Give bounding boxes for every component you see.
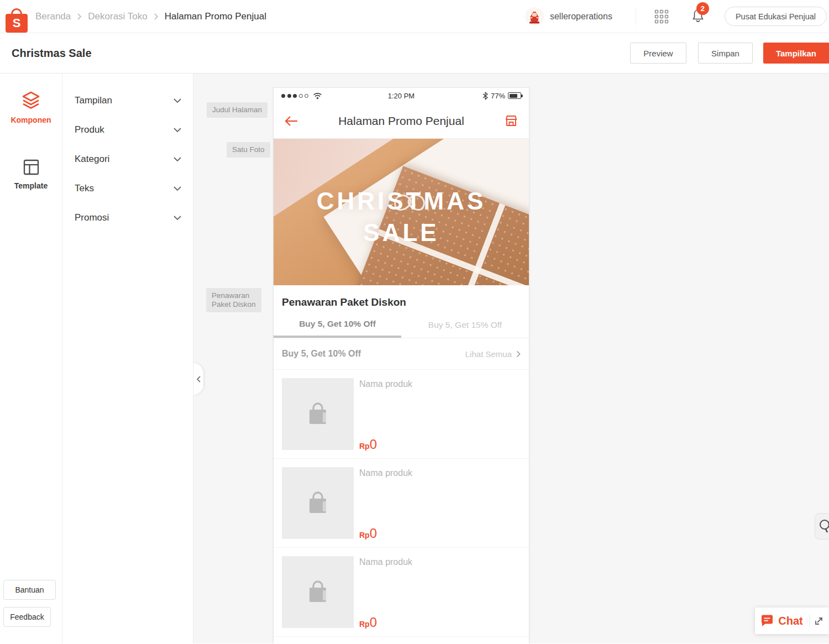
username[interactable]: selleroperations: [550, 12, 612, 22]
component-group-kategori[interactable]: Kategori: [75, 144, 182, 174]
hero-text: CHRISTMAS SALE: [274, 185, 529, 248]
battery-icon: [508, 92, 521, 99]
sidebar-item-label: Template: [14, 181, 48, 190]
edu-center-button[interactable]: Pusat Edukasi Penjual: [725, 7, 827, 26]
sidebar-item-template[interactable]: Template: [14, 159, 48, 190]
price-value: 0: [370, 615, 377, 630]
divider: [809, 615, 810, 627]
breadcrumb-dekorasi-toko[interactable]: Dekorasi Toko: [88, 11, 147, 22]
chevron-down-icon: [173, 156, 182, 162]
chat-label: Chat: [778, 615, 802, 627]
bundle-subheader-row: Buy 5, Get 10% Off Lihat Semua: [274, 338, 529, 370]
bag-placeholder-icon: [305, 579, 331, 605]
preview-button[interactable]: Preview: [630, 43, 686, 64]
collapse-panel-handle[interactable]: [193, 363, 203, 395]
bag-placeholder-icon: [305, 490, 331, 516]
price-value: 0: [370, 437, 377, 452]
chevron-right-icon: [77, 13, 82, 20]
status-time: 1:20 PM: [342, 92, 460, 100]
notifications-button[interactable]: 2: [691, 8, 705, 25]
product-name: Nama produk: [359, 468, 521, 478]
product-row[interactable]: Nama produk Rp0: [274, 459, 529, 548]
hero-line2: SALE: [274, 217, 529, 248]
save-button[interactable]: Simpan: [698, 43, 753, 64]
chevron-right-icon: [516, 350, 521, 358]
chat-widget[interactable]: Chat: [755, 608, 829, 634]
component-group-promosi[interactable]: Promosi: [75, 203, 182, 232]
apps-grid-icon[interactable]: [655, 10, 668, 23]
breadcrumb-beranda[interactable]: Beranda: [35, 11, 71, 22]
hero-banner[interactable]: CHRISTMAS SALE: [274, 139, 529, 285]
hero-line1: CHRISTMAS: [274, 185, 529, 217]
component-group-label: Teks: [75, 183, 94, 194]
mode-sidebar: Komponen Template Bantuan Feedback: [0, 74, 62, 643]
product-image-placeholder: [282, 467, 354, 539]
see-all-label: Lihat Semua: [465, 349, 512, 359]
component-group-label: Produk: [75, 124, 104, 135]
product-name: Nama produk: [359, 379, 521, 389]
chevron-down-icon: [173, 215, 182, 221]
section-tag-satu-foto[interactable]: Satu Foto: [227, 142, 270, 158]
wifi-icon: [313, 92, 322, 100]
tab-buy5-get15[interactable]: Buy 5, Get 15% Off: [401, 312, 529, 338]
components-panel: Tampilan Produk Kategori Teks Promosi: [62, 74, 193, 643]
topbar-right: selleroperations 2 Pusat Edukasi Penjual: [525, 7, 829, 26]
notification-badge: 2: [696, 2, 709, 15]
status-battery-percent: 77%: [491, 92, 505, 100]
layers-icon: [21, 90, 41, 110]
bag-placeholder-icon: [305, 401, 331, 427]
help-button[interactable]: Bantuan: [3, 580, 56, 600]
phone-page-title: Halaman Promo Penjual: [298, 114, 504, 128]
product-image-placeholder: [282, 556, 354, 628]
section-tag-penawaran[interactable]: Penawaran Paket Diskon: [206, 288, 261, 312]
price-value: 0: [370, 526, 377, 541]
expand-icon[interactable]: [814, 616, 823, 626]
logo-letter: S: [13, 16, 21, 30]
product-price: Rp0: [359, 437, 377, 452]
publish-button[interactable]: Tampilkan: [763, 43, 829, 64]
component-group-tampilan[interactable]: Tampilan: [75, 86, 182, 115]
phone-preview: 1:20 PM 77% Halaman Promo Penjual: [273, 87, 529, 643]
breadcrumb-current: Halaman Promo Penjual: [165, 11, 266, 22]
topbar: S Beranda Dekorasi Toko Halaman Promo Pe…: [0, 0, 829, 33]
avatar[interactable]: [525, 7, 544, 26]
product-image-placeholder: [282, 378, 354, 450]
component-group-label: Kategori: [75, 154, 109, 165]
tag-line: Penawaran: [212, 291, 256, 300]
divider: [636, 8, 636, 25]
chevron-left-icon: [196, 375, 201, 383]
phone-statusbar: 1:20 PM 77%: [274, 88, 529, 103]
sidebar-item-label: Komponen: [11, 116, 51, 124]
tab-buy5-get10[interactable]: Buy 5, Get 10% Off: [274, 312, 401, 338]
shopee-bag-icon: S: [6, 14, 28, 33]
section-tag-judul-halaman[interactable]: Judul Halaman: [207, 102, 267, 118]
currency: Rp: [359, 442, 370, 451]
component-group-produk[interactable]: Produk: [75, 115, 182, 144]
product-row[interactable]: Nama produk Rp0: [274, 548, 529, 637]
magnifier-icon: [818, 519, 829, 534]
bluetooth-icon: [482, 92, 488, 100]
cell-signal-icon: [281, 94, 308, 98]
chevron-down-icon: [173, 127, 182, 133]
product-price: Rp0: [359, 526, 377, 541]
component-group-label: Tampilan: [75, 95, 112, 106]
product-row[interactable]: Nama produk Rp0: [274, 370, 529, 459]
product-name: Nama produk: [359, 557, 521, 567]
editor-canvas: Judul Halaman Satu Foto Penawaran Paket …: [193, 74, 829, 643]
component-group-teks[interactable]: Teks: [75, 174, 182, 203]
tag-line: Paket Diskon: [212, 300, 256, 309]
product-price: Rp0: [359, 615, 377, 630]
zoom-tool-button[interactable]: [815, 513, 829, 540]
template-icon: [23, 159, 40, 176]
chevron-down-icon: [173, 186, 182, 191]
phone-header: Halaman Promo Penjual: [274, 103, 529, 139]
main-area: Komponen Template Bantuan Feedback Tampi…: [0, 74, 829, 643]
see-all-link[interactable]: Lihat Semua: [465, 349, 521, 359]
back-arrow-icon[interactable]: [284, 116, 298, 127]
shopee-logo[interactable]: S: [6, 9, 28, 28]
store-icon[interactable]: [504, 114, 518, 128]
component-group-label: Promosi: [75, 212, 109, 223]
sidebar-item-komponen[interactable]: Komponen: [11, 90, 51, 124]
feedback-button[interactable]: Feedback: [3, 607, 51, 627]
page-title: Christmas Sale: [12, 47, 92, 60]
